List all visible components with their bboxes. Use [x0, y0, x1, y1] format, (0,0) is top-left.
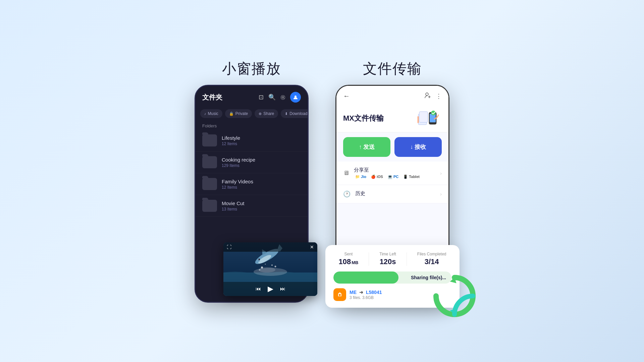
platform-ios: 🍎 iOS: [370, 174, 384, 179]
share-title: 分享至: [354, 167, 440, 173]
folder-name-cooking: Cooking recipe: [222, 157, 255, 163]
mx-illustration-svg: [415, 109, 442, 127]
peer-arrow-icon: ➜: [359, 290, 363, 295]
folder-count-moviecut: 13 Items: [222, 207, 245, 212]
history-section-item[interactable]: 🕐 历史 ›: [336, 185, 448, 203]
private-tab-icon: 🔒: [229, 112, 234, 116]
tab-music[interactable]: ♪ Music: [200, 109, 222, 118]
tab-share-label: Share: [263, 111, 274, 116]
svg-point-11: [265, 264, 266, 265]
mx-illustration: [415, 109, 442, 127]
folder-name-family: Family Videos: [222, 179, 253, 184]
folder-info-family: Family Videos 12 Items: [222, 179, 253, 190]
peer-detail: 3 files. 3.6GB: [350, 295, 382, 300]
left-section: 小窗播放 文件夹 ⊡ 🔍 ㊗: [195, 59, 309, 303]
folder-count-lifestyle: 12 Items: [222, 141, 240, 146]
peer-to: L58041: [366, 290, 382, 295]
transfer-card: Sent 108 MB Time Left 120s Files Complet…: [325, 245, 460, 308]
profile-icon[interactable]: [290, 92, 301, 103]
tab-private[interactable]: 🔒 Private: [225, 109, 252, 118]
mini-player: ⛶ ✕: [223, 242, 317, 296]
folder-item-family[interactable]: Family Videos 12 Items: [196, 173, 308, 195]
transfer-arrows-svg: [433, 274, 476, 318]
search-icon[interactable]: 🔍: [268, 94, 276, 101]
folder-info-cooking: Cooking recipe 129 Items: [222, 157, 255, 168]
dark-header-icons: ⊡ 🔍 ㊗: [259, 92, 301, 103]
svg-point-22: [339, 294, 341, 296]
time-label: Time Left: [379, 252, 396, 256]
platform-tablet: 📱 Tablet: [402, 174, 421, 179]
white-header: ← ⋮: [336, 86, 448, 104]
prev-button[interactable]: ⏮: [256, 286, 261, 292]
receive-button[interactable]: ↓ 接收: [394, 137, 442, 157]
history-chevron-icon: ›: [440, 191, 442, 197]
tab-downloads[interactable]: ⬇ Downloads: [281, 109, 308, 118]
stat-divider-1: [369, 252, 369, 266]
history-content: 历史: [355, 190, 440, 198]
left-title: 小窗播放: [222, 59, 281, 78]
folder-icon-lifestyle: [202, 134, 217, 146]
share-section-item[interactable]: 🖥 分享至 📁 Jio 🍎 iOS 💻 PC 📱 Tablet ›: [336, 162, 448, 185]
action-buttons: ↑ 发送 ↓ 接收: [336, 132, 448, 162]
back-button[interactable]: ←: [343, 92, 350, 100]
transfer-arrows: [433, 274, 476, 318]
folder-info-lifestyle: Lifestyle 12 Items: [222, 135, 240, 146]
monitor-icon: 🖥: [343, 170, 349, 177]
peer-info: ME ➜ L58041 3 files. 3.6GB: [350, 290, 382, 300]
folder-icon-cooking: [202, 156, 217, 168]
folder-icon-family: [202, 178, 217, 190]
stat-sent: Sent 108 MB: [338, 252, 358, 266]
next-button[interactable]: ⏭: [280, 286, 285, 292]
send-button[interactable]: ↑ 发送: [343, 137, 390, 157]
folder-info-moviecut: Movie Cut 13 Items: [222, 200, 245, 212]
mini-player-header: ⛶ ✕: [223, 242, 317, 252]
platform-jio: 📁 Jio: [354, 174, 368, 179]
sent-value: 108: [338, 257, 351, 266]
add-user-icon[interactable]: [424, 92, 431, 100]
svg-point-14: [426, 93, 428, 96]
history-title: 历史: [355, 190, 440, 197]
share-tab-icon: ⊕: [259, 112, 262, 116]
play-button[interactable]: ▶: [268, 285, 273, 293]
svg-rect-17: [418, 116, 419, 123]
more-icon[interactable]: ⋮: [436, 93, 442, 100]
folder-item-moviecut[interactable]: Movie Cut 13 Items: [196, 195, 308, 217]
time-value: 120s: [380, 257, 396, 266]
peer-from: ME: [350, 290, 357, 295]
platform-pc: 💻 PC: [386, 174, 400, 179]
main-container: 小窗播放 文件夹 ⊡ 🔍 ㊗: [0, 0, 644, 362]
dark-tabs: ♪ Music 🔒 Private ⊕ Share ⬇: [196, 107, 308, 121]
peer-app-icon: [333, 288, 346, 301]
right-title: 文件传输: [363, 59, 422, 78]
folder-icon-moviecut: [202, 200, 217, 212]
progress-bar-fill: [333, 272, 398, 284]
peer-names: ME ➜ L58041: [350, 290, 382, 295]
folder-item-cooking[interactable]: Cooking recipe 129 Items: [196, 152, 308, 173]
stat-time: Time Left 120s: [379, 252, 396, 266]
share-platforms: 📁 Jio 🍎 iOS 💻 PC 📱 Tablet: [354, 174, 440, 179]
sent-unit: MB: [352, 260, 358, 265]
mx-banner: MX文件传输: [336, 104, 448, 132]
tab-downloads-label: Downloads: [289, 111, 308, 116]
svg-point-13: [259, 269, 260, 270]
stat-files: Files Completed 3/14: [417, 252, 446, 266]
files-label: Files Completed: [417, 252, 446, 256]
tab-share[interactable]: ⊕ Share: [255, 109, 278, 118]
cast-icon[interactable]: ⊡: [259, 94, 264, 101]
svg-point-12: [275, 266, 276, 267]
history-icon: 🕐: [343, 190, 351, 198]
folders-label: Folders: [196, 121, 308, 130]
share-content: 分享至 📁 Jio 🍎 iOS 💻 PC 📱 Tablet: [354, 167, 440, 179]
subtitle-icon[interactable]: ㊗: [280, 94, 285, 101]
downloads-tab-icon: ⬇: [285, 112, 288, 116]
close-icon[interactable]: ✕: [310, 244, 314, 250]
folder-item-lifestyle[interactable]: Lifestyle 12 Items: [196, 130, 308, 152]
folder-name-moviecut: Movie Cut: [222, 200, 245, 206]
folder-count-cooking: 129 Items: [222, 163, 255, 168]
folder-count-family: 12 Items: [222, 185, 253, 190]
expand-icon[interactable]: ⛶: [227, 244, 231, 250]
svg-rect-16: [419, 112, 428, 122]
dark-header: 文件夹 ⊡ 🔍 ㊗: [196, 86, 308, 107]
mini-player-controls: ⏮ ▶ ⏭: [223, 282, 317, 296]
tab-music-label: Music: [208, 111, 218, 116]
